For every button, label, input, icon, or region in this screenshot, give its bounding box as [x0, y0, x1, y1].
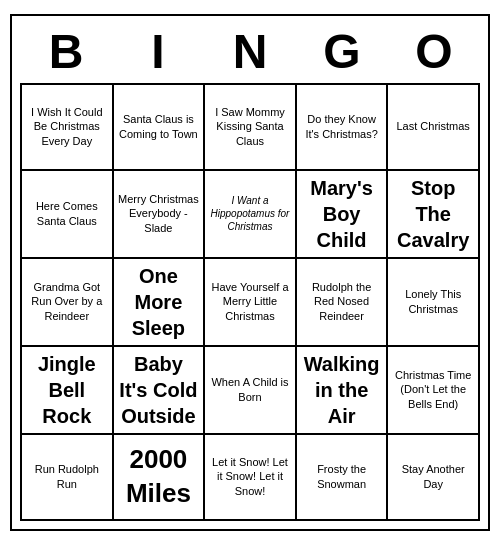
bingo-cell-0: I Wish It Could Be Christmas Every Day [22, 85, 114, 171]
bingo-cell-2: I Saw Mommy Kissing Santa Claus [205, 85, 297, 171]
bingo-cell-11: One More Sleep [114, 259, 206, 347]
cell-text: Walking in the Air [301, 351, 383, 429]
cell-text: Let it Snow! Let it Snow! Let it Snow! [209, 455, 291, 498]
cell-text: Rudolph the Red Nosed Reindeer [301, 280, 383, 323]
bingo-cell-1: Santa Claus is Coming to Town [114, 85, 206, 171]
bingo-cell-12: Have Yourself a Merry Little Christmas [205, 259, 297, 347]
cell-text: Run Rudolph Run [26, 462, 108, 491]
cell-text: Christmas Time (Don't Let the Bells End) [392, 368, 474, 411]
bingo-cell-22: Let it Snow! Let it Snow! Let it Snow! [205, 435, 297, 521]
cell-text: 2000 Miles [118, 443, 200, 511]
cell-text: I Want a Hippopotamus for Christmas [209, 194, 291, 233]
bingo-cell-8: Mary's Boy Child [297, 171, 389, 259]
bingo-cell-21: 2000 Miles [114, 435, 206, 521]
bingo-letter-o: O [391, 24, 477, 79]
bingo-cell-15: Jingle Bell Rock [22, 347, 114, 435]
cell-text: I Saw Mommy Kissing Santa Claus [209, 105, 291, 148]
bingo-header: BINGO [20, 24, 480, 79]
cell-text: I Wish It Could Be Christmas Every Day [26, 105, 108, 148]
cell-text: Santa Claus is Coming to Town [118, 112, 200, 141]
cell-text: Baby It's Cold Outside [118, 351, 200, 429]
bingo-letter-i: I [115, 24, 201, 79]
bingo-cell-17: When A Child is Born [205, 347, 297, 435]
bingo-cell-4: Last Christmas [388, 85, 480, 171]
cell-text: Grandma Got Run Over by a Reindeer [26, 280, 108, 323]
bingo-cell-24: Stay Another Day [388, 435, 480, 521]
cell-text: Lonely This Christmas [392, 287, 474, 316]
cell-text: Jingle Bell Rock [26, 351, 108, 429]
bingo-letter-n: N [207, 24, 293, 79]
bingo-cell-7: I Want a Hippopotamus for Christmas [205, 171, 297, 259]
cell-text: Mary's Boy Child [301, 175, 383, 253]
bingo-cell-3: Do they Know It's Christmas? [297, 85, 389, 171]
bingo-grid: I Wish It Could Be Christmas Every DaySa… [20, 83, 480, 521]
cell-text: Frosty the Snowman [301, 462, 383, 491]
cell-text: Have Yourself a Merry Little Christmas [209, 280, 291, 323]
bingo-cell-9: Stop The Cavalry [388, 171, 480, 259]
bingo-card: BINGO I Wish It Could Be Christmas Every… [10, 14, 490, 531]
cell-text: Stay Another Day [392, 462, 474, 491]
bingo-cell-5: Here Comes Santa Claus [22, 171, 114, 259]
cell-text: Stop The Cavalry [392, 175, 474, 253]
cell-text: Here Comes Santa Claus [26, 199, 108, 228]
bingo-cell-19: Christmas Time (Don't Let the Bells End) [388, 347, 480, 435]
cell-text: One More Sleep [118, 263, 200, 341]
cell-text: Merry Christmas Everybody - Slade [118, 192, 200, 235]
cell-text: When A Child is Born [209, 375, 291, 404]
bingo-cell-6: Merry Christmas Everybody - Slade [114, 171, 206, 259]
bingo-cell-13: Rudolph the Red Nosed Reindeer [297, 259, 389, 347]
bingo-cell-14: Lonely This Christmas [388, 259, 480, 347]
bingo-letter-g: G [299, 24, 385, 79]
bingo-cell-18: Walking in the Air [297, 347, 389, 435]
bingo-cell-10: Grandma Got Run Over by a Reindeer [22, 259, 114, 347]
cell-text: Do they Know It's Christmas? [301, 112, 383, 141]
bingo-cell-16: Baby It's Cold Outside [114, 347, 206, 435]
bingo-cell-23: Frosty the Snowman [297, 435, 389, 521]
cell-text: Last Christmas [397, 119, 470, 133]
bingo-cell-20: Run Rudolph Run [22, 435, 114, 521]
bingo-letter-b: B [23, 24, 109, 79]
